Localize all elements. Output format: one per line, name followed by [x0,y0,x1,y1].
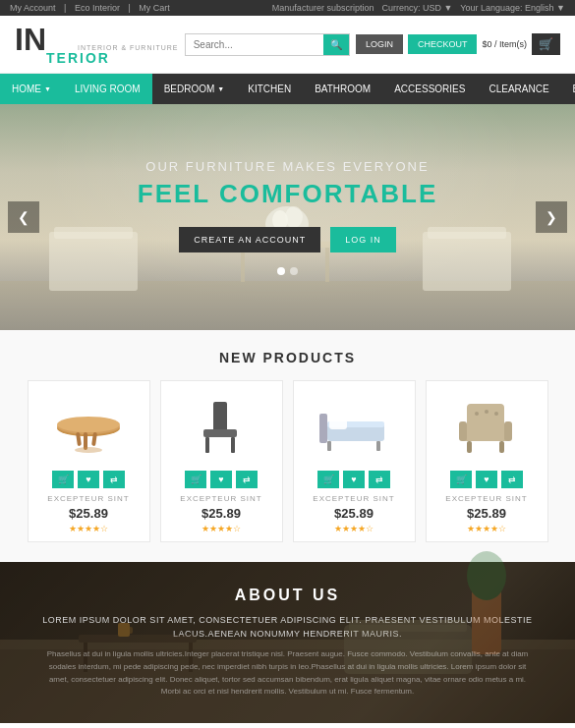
svg-point-18 [75,447,102,453]
checkout-button[interactable]: CHECKOUT [408,34,478,54]
product-image-2 [169,389,274,463]
product-name-1: EXCEPTEUR SINT [47,494,129,503]
sep2: | [128,3,130,13]
product-price-3: $25.89 [334,506,374,521]
compare-1[interactable]: ⇄ [103,471,125,488]
product-actions-4: 🛒 ♥ ⇄ [450,471,523,488]
hero-slider: OUR FURNITURE MAKES EVERYONE FEEL COMFOR… [0,104,575,330]
hero-buttons: CREATE AN ACCOUNT LOG IN [138,227,437,252]
product-card-1: 🛒 ♥ ⇄ EXCEPTEUR SINT $25.89 ★★★★☆ [28,380,150,542]
slider-dots[interactable] [138,267,437,275]
add-to-wish-3[interactable]: ♥ [343,471,365,488]
product-stars-3: ★★★★☆ [334,524,374,533]
svg-point-35 [475,412,479,416]
hero-login-button[interactable]: LOG IN [330,227,396,252]
svg-rect-34 [499,441,504,453]
products-section-title: NEW PRODUCTS [15,350,560,365]
product-image-3 [302,389,407,463]
my-account-link[interactable]: My Account [10,3,56,13]
my-cart-link[interactable]: My Cart [139,3,170,13]
svg-point-37 [494,412,498,416]
add-to-wish-1[interactable]: ♥ [78,471,99,488]
product-name-2: EXCEPTEUR SINT [180,494,261,503]
svg-point-36 [485,410,489,414]
add-to-cart-2[interactable]: 🛒 [185,471,206,488]
product-price-2: $25.89 [201,506,241,521]
cart-area[interactable]: $0 / Item(s) 🛒 [482,33,560,55]
svg-rect-44 [128,627,133,634]
add-to-wish-4[interactable]: ♥ [476,471,497,488]
svg-rect-22 [231,437,235,453]
nav-home[interactable]: HOME ▼ [0,74,63,104]
dot-2[interactable] [290,267,298,275]
top-bar-right: Manufacturer subscription Currency: USD … [272,3,565,13]
svg-point-46 [467,551,506,600]
product-card-2: 🛒 ♥ ⇄ EXCEPTEUR SINT $25.89 ★★★★☆ [160,380,283,542]
slider-prev-button[interactable]: ❮ [8,201,39,233]
svg-rect-48 [349,620,467,632]
add-to-cart-1[interactable]: 🛒 [52,471,74,488]
product-image-4 [434,389,540,463]
header: IN INTERIOR & FURNITURE TERIOR 🔍 LOGIN C… [0,16,575,74]
sep1: | [64,3,66,13]
svg-rect-47 [344,625,472,674]
top-bar-left: My Account | Eco Interior | My Cart [10,3,176,13]
product-stars-2: ★★★★☆ [201,524,241,533]
product-actions-1: 🛒 ♥ ⇄ [52,471,125,488]
product-actions-3: 🛒 ♥ ⇄ [317,471,390,488]
language-selector[interactable]: Your Language: English ▼ [460,3,565,13]
svg-rect-23 [319,414,327,443]
nav-livingroom[interactable]: LIVING ROOM [63,74,152,104]
svg-rect-41 [84,643,87,672]
svg-rect-19 [213,402,227,433]
svg-rect-26 [329,420,347,429]
login-button[interactable]: LOGIN [356,34,403,54]
search-bar[interactable]: 🔍 [185,33,350,56]
svg-rect-30 [462,427,509,441]
cart-icon[interactable]: 🛒 [532,33,560,55]
svg-rect-7 [428,227,506,239]
svg-rect-33 [467,441,472,453]
hero-title: FEEL COMFORTABLE [138,179,437,209]
compare-2[interactable]: ⇄ [236,471,258,488]
search-button[interactable]: 🔍 [323,34,349,55]
logo[interactable]: IN INTERIOR & FURNITURE TERIOR [15,24,178,65]
top-bar: My Account | Eco Interior | My Cart Manu… [0,0,575,16]
logo-in: IN [15,24,46,55]
product-actions-2: 🛒 ♥ ⇄ [185,471,258,488]
product-stars-4: ★★★★☆ [467,524,506,533]
product-image-1 [36,389,142,463]
svg-rect-20 [203,429,237,437]
product-card-3: 🛒 ♥ ⇄ EXCEPTEUR SINT $25.89 ★★★★☆ [293,380,416,542]
main-nav: HOME ▼ LIVING ROOM BEDROOM ▼ KITCHEN BAT… [0,74,575,104]
compare-3[interactable]: ⇄ [369,471,390,488]
add-to-cart-4[interactable]: 🛒 [450,471,472,488]
slider-next-button[interactable]: ❯ [536,201,567,233]
product-name-4: EXCEPTEUR SINT [445,494,527,503]
product-card-4: 🛒 ♥ ⇄ EXCEPTEUR SINT $25.89 ★★★★☆ [426,380,548,542]
svg-rect-29 [467,404,504,431]
currency-selector[interactable]: Currency: USD ▼ [381,3,452,13]
eco-interior-link[interactable]: Eco Interior [75,3,120,13]
add-to-wish-2[interactable]: ♥ [210,471,232,488]
dot-1[interactable] [277,267,285,275]
compare-4[interactable]: ⇄ [501,471,523,488]
search-input[interactable] [186,34,323,55]
svg-rect-40 [79,635,197,643]
add-to-cart-3[interactable]: 🛒 [317,471,339,488]
products-grid: 🛒 ♥ ⇄ EXCEPTEUR SINT $25.89 ★★★★☆ [15,380,560,542]
about-us-section: ABOUT US LOREM IPSUM DOLOR SIT AMET, CON… [0,562,575,723]
nav-bathroom[interactable]: BATHROOM [303,74,382,104]
create-account-button[interactable]: CREATE AN ACCOUNT [179,227,320,252]
svg-rect-32 [504,421,512,441]
svg-rect-27 [327,441,331,451]
manufacturer-link[interactable]: Manufacturer subscription [272,3,374,13]
nav-clearance[interactable]: CLEARANCE [477,74,560,104]
nav-brands[interactable]: BRANDS [561,74,575,104]
nav-kitchen[interactable]: KITCHEN [236,74,303,104]
svg-rect-42 [189,643,193,672]
nav-accessories[interactable]: ACCESSORIES [382,74,477,104]
header-actions: LOGIN CHECKOUT $0 / Item(s) 🛒 [356,33,560,55]
nav-bedroom[interactable]: BEDROOM ▼ [152,74,237,104]
product-price-4: $25.89 [467,506,506,521]
